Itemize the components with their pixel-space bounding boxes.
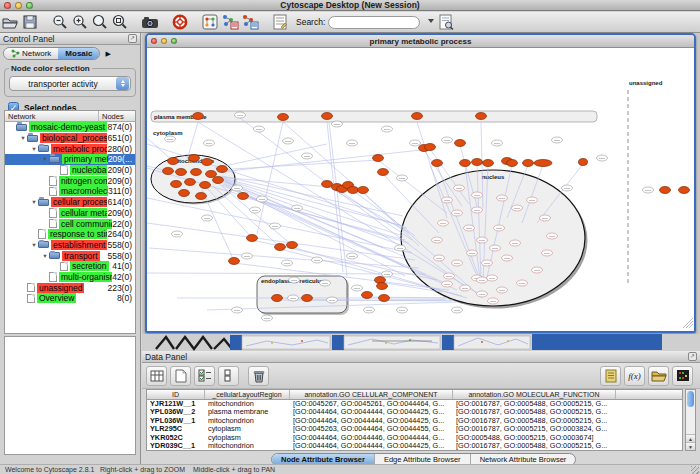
table-cell: mitochondrion: [205, 442, 290, 450]
create-attribute-icon[interactable]: [170, 366, 191, 386]
tree-item-label: nitrogen compo: [59, 176, 107, 186]
table-row[interactable]: YDR039C__1mitochondrion[GO:0044464, GO:0…: [147, 442, 682, 450]
table-column-header[interactable]: ID: [147, 390, 205, 399]
table-scrollbar[interactable]: ▲ ▼: [685, 389, 696, 451]
table-cell: YDR039C__1: [147, 442, 205, 450]
select-columns-icon[interactable]: [146, 366, 167, 386]
tree-item[interactable]: ▼establishment of lo558(0): [5, 240, 135, 251]
tree-item[interactable]: multi-organism pro42(0): [5, 272, 135, 283]
tree-item-count: 209(0): [107, 176, 135, 186]
table-row[interactable]: YLR295Ccytoplasm[GO:0045263, GO:0044464,…: [147, 425, 682, 433]
network-overview-icon[interactable]: [200, 13, 220, 31]
edit-network-icon[interactable]: [240, 13, 260, 31]
zoom-fit-icon[interactable]: [90, 13, 110, 31]
tree-item-label: macromolecule: [59, 186, 108, 196]
tree-item-label: biological_process: [40, 133, 107, 143]
status-pan-hint: Middle-click + drag to PAN: [193, 466, 275, 473]
tree-item[interactable]: unassigned223(0): [5, 282, 135, 293]
tree-item[interactable]: Overview8(0): [5, 293, 135, 304]
dropdown-stepper-icon: [116, 77, 129, 90]
birdseye-view[interactable]: [4, 336, 136, 455]
formula-icon[interactable]: f(x): [624, 366, 645, 386]
table-cell: [GO:0005488, GO:0005215, GO:0003674]: [453, 434, 616, 442]
tree-item[interactable]: ▼primary metabo209(...: [5, 154, 135, 165]
scroll-down-arrow[interactable]: ▼: [686, 442, 695, 450]
tree-item[interactable]: ▼metabolic process280(0): [5, 143, 135, 154]
zoom-in-icon[interactable]: [70, 13, 90, 31]
tree-item-label: Overview: [37, 293, 76, 303]
tab-overflow-arrow[interactable]: ▶: [105, 50, 110, 58]
disclosure-triangle-icon[interactable]: ▼: [41, 253, 49, 259]
table-cell: [616, 434, 682, 442]
zoom-out-icon[interactable]: [50, 13, 70, 31]
app-titlebar: Cytoscape Desktop (New Session): [0, 0, 700, 11]
tab-network[interactable]: Network: [4, 48, 58, 59]
table-row[interactable]: YPL036W__1mitochondrion[GO:0044464, GO:0…: [147, 417, 682, 425]
tree-item[interactable]: nucleobase-209(0): [5, 165, 135, 176]
node-color-dropdown[interactable]: transporter activity: [9, 76, 131, 91]
float-data-panel-icon[interactable]: ↗: [688, 352, 697, 361]
resize-grip[interactable]: [691, 466, 699, 474]
tree-item[interactable]: macromolecule311(0): [5, 186, 135, 197]
unselect-rows-icon[interactable]: [218, 366, 239, 386]
save-icon[interactable]: [20, 13, 40, 31]
scroll-up-arrow[interactable]: ▲: [686, 434, 695, 442]
advanced-search-icon[interactable]: [436, 13, 456, 31]
tree-item[interactable]: ▼biological_process651(0): [5, 133, 135, 144]
help-lifering-icon[interactable]: [170, 13, 190, 31]
attribute-table[interactable]: ID_cellularLayoutRegionannotation.GO CEL…: [146, 389, 683, 451]
tree-column-nodes[interactable]: Nodes: [99, 111, 135, 121]
tree-item-label: nucleobase-: [70, 165, 107, 175]
tree-item[interactable]: cellular metabo209(0): [5, 208, 135, 219]
vizmapper-icon[interactable]: [220, 13, 240, 31]
tree-item[interactable]: secretion41(0): [5, 261, 135, 272]
tree-item[interactable]: mosaic-demo-yeast874(0): [5, 122, 135, 133]
table-row[interactable]: YJR121W__1mitochondrion[GO:0045267, GO:0…: [147, 400, 682, 408]
disclosure-triangle-icon[interactable]: ▼: [41, 156, 49, 162]
disclosure-triangle-icon[interactable]: ▼: [19, 135, 27, 141]
disclosure-triangle-icon[interactable]: ▼: [30, 146, 38, 152]
tree-item-label: multi-organism pro: [59, 272, 112, 282]
tree-item[interactable]: nitrogen compo209(0): [5, 175, 135, 186]
delete-attribute-icon[interactable]: [248, 366, 269, 386]
attribute-checklist-icon[interactable]: [194, 366, 215, 386]
search-box[interactable]: [328, 16, 420, 29]
search-input[interactable]: [335, 17, 405, 28]
table-cell: cytoplasm: [205, 434, 290, 442]
snapshot-camera-icon[interactable]: [140, 13, 160, 31]
tree-item[interactable]: ▼cellular process614(0): [5, 197, 135, 208]
zoom-region-icon[interactable]: [110, 13, 130, 31]
tree-item[interactable]: ▼transport558(0): [5, 250, 135, 261]
disclosure-triangle-icon[interactable]: ▼: [30, 242, 38, 248]
disclosure-triangle-icon[interactable]: ▼: [30, 199, 38, 205]
tree-item[interactable]: response to stimulu264(0): [5, 229, 135, 240]
network-window-titlebar[interactable]: primary metabolic process: [147, 35, 694, 48]
tree-item-count: 280(0): [107, 144, 135, 154]
float-panel-icon[interactable]: ↗: [128, 34, 137, 43]
table-cell: [GO:0044464, GO:0044446, GO:0044444, G..…: [290, 434, 453, 442]
scrollbar-thumb[interactable]: [687, 391, 694, 407]
tree-column-network[interactable]: Network: [5, 111, 99, 121]
folder-icon: [49, 252, 60, 259]
table-row[interactable]: YPL036W__2plasma membrane[GO:0044464, GO…: [147, 408, 682, 416]
table-column-header[interactable]: annotation.GO MOLECULAR_FUNCTION: [453, 390, 616, 399]
table-cell: mitochondrion: [205, 400, 290, 408]
tree-item[interactable]: cell communicat22(0): [5, 218, 135, 229]
notes-icon[interactable]: [600, 366, 621, 386]
filter-form-icon[interactable]: [270, 13, 290, 31]
table-column-header[interactable]: [616, 390, 682, 399]
svg-text:unassigned: unassigned: [629, 80, 663, 86]
table-cell: mitochondrion: [205, 417, 290, 425]
table-cell: [616, 408, 682, 416]
tree-item-label: metabolic process: [51, 144, 107, 154]
search-dropdown-arrow[interactable]: [428, 19, 434, 23]
matrix-icon[interactable]: [672, 366, 693, 386]
open-icon[interactable]: [0, 13, 20, 31]
network-canvas-svg[interactable]: plasma membranecytoplasmunassignedmitoch…: [147, 48, 694, 331]
table-column-header[interactable]: _cellularLayoutRegion: [205, 390, 290, 399]
tree-item-count: 614(0): [107, 197, 135, 207]
tab-mosaic[interactable]: Mosaic: [58, 48, 99, 59]
table-column-header[interactable]: annotation.GO CELLULAR_COMPONENT: [290, 390, 453, 399]
table-row[interactable]: YKR052Ccytoplasm[GO:0044464, GO:0044446,…: [147, 434, 682, 442]
import-folder-icon[interactable]: [648, 366, 669, 386]
